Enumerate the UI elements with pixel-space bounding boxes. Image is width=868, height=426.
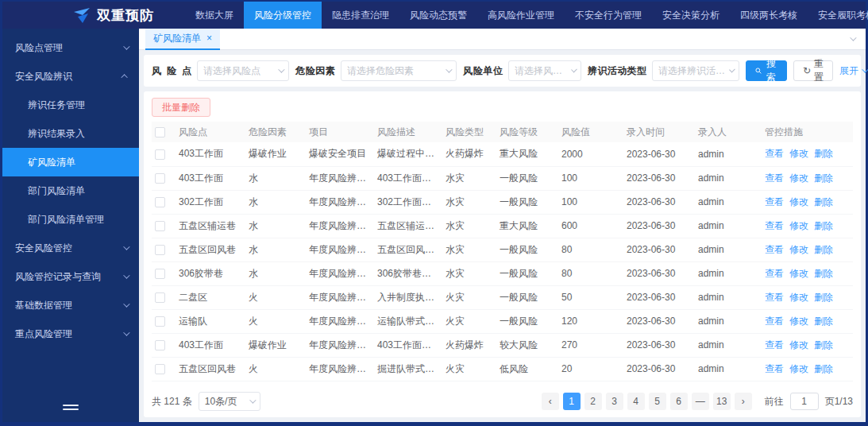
topnav-item-2[interactable]: 隐患排查治理 [322, 2, 399, 29]
sidebar-item-9[interactable]: 基础数据管理 [2, 291, 139, 320]
row-checkbox[interactable] [155, 316, 165, 327]
topnav-item-7[interactable]: 四级两长考核 [730, 2, 808, 29]
row-action-2[interactable]: 删除 [814, 292, 833, 303]
row-actions-cell: 查看修改删除 [762, 309, 853, 333]
prev-page-button[interactable]: ‹ [542, 393, 559, 410]
row-action-0[interactable]: 查看 [765, 363, 784, 374]
search-button[interactable]: 搜索 [746, 60, 787, 81]
row-action-2[interactable]: 删除 [814, 220, 833, 231]
column-header-2: 项目 [306, 122, 374, 142]
row-action-1[interactable]: 修改 [789, 220, 808, 231]
topnav-item-0[interactable]: 数据大屏 [185, 2, 244, 29]
row-checkbox[interactable] [155, 292, 165, 303]
filter-select-1[interactable]: 请选择危险因素 [341, 60, 457, 81]
row-action-0[interactable]: 查看 [765, 268, 784, 279]
row-checkbox[interactable] [155, 149, 165, 160]
sidebar-item-label: 辨识任务管理 [28, 99, 85, 112]
page-button-2[interactable]: 2 [584, 393, 602, 410]
page-button-5[interactable]: 5 [649, 393, 666, 410]
sidebar-item-6[interactable]: 部门风险清单管理 [2, 205, 139, 234]
tab-close-icon[interactable]: × [206, 33, 212, 43]
chevron-down-icon [729, 67, 735, 73]
cell-time: 2023-06-30 [623, 238, 695, 261]
row-action-1[interactable]: 修改 [789, 172, 808, 184]
sidebar-item-0[interactable]: 风险点管理 [2, 33, 139, 62]
row-action-2[interactable]: 删除 [814, 148, 833, 159]
sidebar-item-5[interactable]: 部门风险清单 [2, 176, 139, 205]
sidebar-item-label: 辨识结果录入 [28, 127, 85, 141]
filter-select-3[interactable]: 请选择辨识活动类型 [652, 60, 739, 81]
sidebar-item-1[interactable]: 安全风险辨识 [2, 62, 139, 91]
header-checkbox-cell [152, 122, 176, 142]
row-action-2[interactable]: 删除 [814, 196, 833, 207]
row-checkbox[interactable] [155, 340, 165, 350]
filter-label: 风险单位 [463, 64, 503, 78]
batch-delete-button[interactable]: 批量删除 [152, 98, 210, 117]
filter-field-1: 危险因素请选择危险因素 [295, 60, 457, 81]
sidebar-item-label: 基础数据管理 [15, 299, 72, 312]
row-action-2[interactable]: 删除 [814, 268, 833, 279]
row-action-0[interactable]: 查看 [765, 292, 784, 303]
row-action-1[interactable]: 修改 [789, 268, 808, 279]
more-pages-button[interactable]: — [692, 393, 709, 410]
row-action-0[interactable]: 查看 [765, 196, 784, 207]
next-page-button[interactable]: › [735, 393, 752, 410]
row-checkbox[interactable] [155, 245, 165, 255]
reset-button[interactable]: ↻ 重置 [793, 60, 833, 81]
row-action-2[interactable]: 删除 [814, 172, 833, 184]
sidebar-collapse-button[interactable] [2, 398, 139, 416]
row-action-0[interactable]: 查看 [765, 316, 784, 327]
cell-user: admin [695, 238, 762, 261]
row-checkbox[interactable] [155, 197, 165, 207]
row-action-1[interactable]: 修改 [789, 244, 808, 255]
topnav-item-8[interactable]: 安全履职考核 [808, 2, 868, 29]
row-action-1[interactable]: 修改 [789, 339, 808, 350]
row-action-0[interactable]: 查看 [765, 220, 784, 231]
row-action-1[interactable]: 修改 [789, 292, 808, 303]
row-action-0[interactable]: 查看 [765, 148, 784, 159]
page-button-4[interactable]: 4 [627, 393, 645, 410]
row-checkbox[interactable] [155, 221, 165, 231]
topnav-item-5[interactable]: 不安全行为管理 [565, 2, 652, 29]
cell-project: 年度风险辨识评估... [306, 238, 374, 261]
row-checkbox[interactable] [155, 364, 165, 374]
row-checkbox[interactable] [155, 269, 165, 279]
expand-link[interactable]: 展开 [839, 64, 866, 78]
row-checkbox[interactable] [155, 173, 165, 184]
cell-hazard: 水 [245, 166, 306, 190]
tab-mine-risk-list[interactable]: 矿风险清单 × [145, 29, 220, 50]
select-all-checkbox[interactable] [155, 127, 165, 137]
sidebar-item-3[interactable]: 辨识结果录入 [2, 119, 139, 148]
topnav-item-1[interactable]: 风险分级管控 [244, 2, 322, 29]
filter-select-2[interactable]: 请选择风险单位 [508, 60, 581, 81]
sidebar-item-8[interactable]: 风险管控记录与查询 [2, 262, 139, 291]
page-button-13[interactable]: 13 [713, 393, 731, 410]
topnav-item-4[interactable]: 高风险作业管理 [477, 2, 565, 29]
sidebar-item-10[interactable]: 重点风险管理 [2, 320, 139, 348]
row-action-1[interactable]: 修改 [789, 363, 808, 374]
filter-select-0[interactable]: 请选择风险点 [197, 60, 289, 81]
row-action-2[interactable]: 删除 [814, 339, 833, 350]
row-action-1[interactable]: 修改 [789, 316, 808, 327]
row-action-0[interactable]: 查看 [765, 172, 784, 184]
row-action-0[interactable]: 查看 [765, 244, 784, 255]
sidebar-item-4[interactable]: 矿风险清单 [2, 148, 139, 176]
row-action-2[interactable]: 删除 [814, 363, 833, 374]
page-button-1[interactable]: 1 [563, 393, 581, 410]
row-action-2[interactable]: 删除 [814, 244, 833, 255]
row-actions-cell: 查看修改删除 [762, 261, 853, 285]
page-button-3[interactable]: 3 [606, 393, 623, 410]
row-action-1[interactable]: 修改 [789, 196, 808, 207]
topnav-item-6[interactable]: 安全决策分析 [652, 2, 730, 29]
page-button-6[interactable]: 6 [670, 393, 688, 410]
topnav-item-3[interactable]: 风险动态预警 [399, 2, 477, 29]
sidebar-item-2[interactable]: 辨识任务管理 [2, 91, 139, 119]
row-action-0[interactable]: 查看 [765, 339, 784, 350]
sidebar-item-7[interactable]: 安全风险管控 [2, 234, 139, 262]
row-action-2[interactable]: 删除 [814, 316, 833, 327]
page-size-select[interactable]: 10条/页 [199, 392, 260, 411]
cell-user: admin [695, 214, 762, 238]
goto-page-input[interactable] [790, 393, 819, 410]
tab-list-chevron-icon[interactable] [850, 34, 856, 41]
row-action-1[interactable]: 修改 [789, 148, 808, 159]
